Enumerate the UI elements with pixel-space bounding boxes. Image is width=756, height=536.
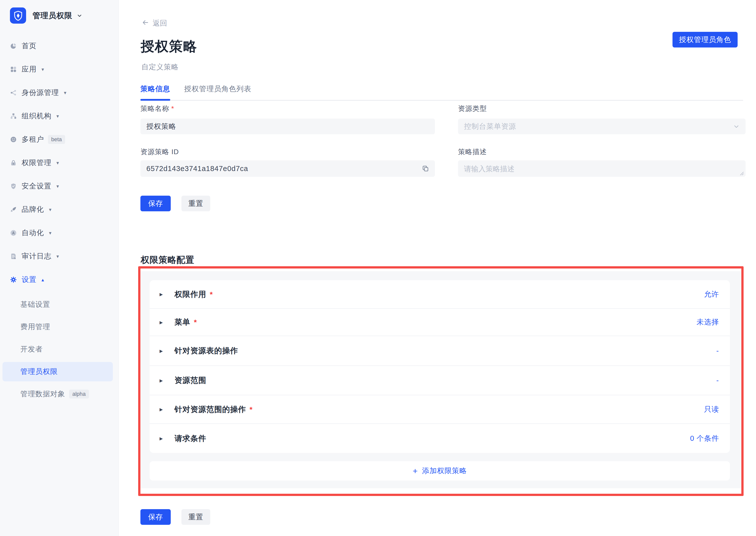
policy-row-scope-actions[interactable]: ▸ 针对资源范围的操作 * 只读	[150, 395, 730, 424]
policy-desc-label: 策略描述	[458, 147, 487, 157]
sub-item-label: 管理员权限	[20, 367, 58, 377]
sidebar-item-admin-permissions[interactable]: 管理员权限	[3, 362, 113, 381]
home-pie-icon	[10, 43, 17, 50]
resource-type-select[interactable]: 控制台菜单资源	[458, 118, 745, 134]
sidebar-item-security[interactable]: 安全设置 ▾	[0, 181, 119, 191]
app-switcher[interactable]: 管理员权限	[10, 8, 83, 24]
tab-policy-info[interactable]: 策略信息	[141, 84, 170, 100]
policy-id-input[interactable]	[146, 165, 429, 173]
policy-desc-textarea[interactable]	[458, 160, 745, 177]
reset-button-bottom[interactable]: 重置	[181, 509, 210, 525]
authorize-admin-role-button[interactable]: 授权管理员角色	[673, 32, 738, 48]
brush-icon	[10, 206, 17, 213]
policy-row-effect[interactable]: ▸ 权限作用 * 允许	[150, 280, 730, 309]
policy-name-field-wrap	[141, 118, 435, 134]
chevron-up-icon: ▴	[42, 277, 44, 283]
sub-item-label: 费用管理	[20, 322, 50, 332]
sidebar-item-billing[interactable]: 费用管理	[0, 316, 119, 338]
caret-right-icon[interactable]: ▸	[160, 435, 168, 442]
sidebar-item-audit-log[interactable]: 审计日志 ▾	[0, 251, 119, 261]
sidebar-item-label: 组织机构	[22, 111, 51, 121]
shield-logo-icon	[10, 8, 26, 24]
caret-right-icon[interactable]: ▸	[160, 347, 168, 355]
policy-name-input[interactable]	[146, 122, 429, 130]
copy-icon[interactable]	[422, 165, 429, 173]
sub-item-label: 基础设置	[20, 300, 50, 310]
org-tree-icon	[10, 113, 17, 119]
add-policy-button[interactable]: + 添加权限策略	[150, 461, 730, 481]
policy-id-field-wrap	[141, 160, 435, 177]
save-button[interactable]: 保存	[141, 196, 171, 211]
sub-item-label: 管理数据对象	[20, 389, 65, 399]
resource-type-label: 资源类型	[458, 104, 487, 113]
sidebar-item-basic-settings[interactable]: 基础设置	[0, 293, 119, 316]
policy-id-label: 资源策略 ID	[141, 147, 179, 157]
plus-icon: +	[413, 466, 418, 476]
required-asterisk: *	[210, 290, 213, 299]
sidebar-item-label: 应用	[22, 64, 37, 74]
sidebar-item-automation[interactable]: 自动化 ▾	[0, 228, 119, 238]
beta-badge: beta	[48, 135, 65, 144]
caret-right-icon[interactable]: ▸	[160, 318, 168, 326]
caret-right-icon[interactable]: ▸	[160, 290, 168, 298]
share-network-icon	[10, 89, 17, 96]
row-value[interactable]: 0 个条件	[690, 434, 719, 444]
policy-row-resource-scope[interactable]: ▸ 资源范围 -	[150, 366, 730, 395]
sidebar-item-apps[interactable]: 应用 ▾	[0, 64, 119, 74]
policy-row-menu[interactable]: ▸ 菜单 * 未选择	[150, 309, 730, 336]
policy-row-request-conditions[interactable]: ▸ 请求条件 0 个条件	[150, 424, 730, 453]
sidebar-item-label: 首页	[22, 41, 37, 51]
sidebar-item-permissions[interactable]: 权限管理 ▾	[0, 158, 119, 168]
tab-authorized-admin-roles[interactable]: 授权管理员角色列表	[184, 84, 251, 100]
chevron-down-icon: ▾	[42, 66, 44, 72]
reset-button[interactable]: 重置	[181, 196, 210, 211]
caret-right-icon[interactable]: ▸	[160, 377, 168, 385]
sidebar-item-label: 自动化	[22, 228, 44, 238]
audit-log-icon	[10, 253, 17, 260]
policy-config-title: 权限策略配置	[141, 254, 194, 266]
sub-item-label: 开发者	[20, 344, 43, 354]
caret-right-icon[interactable]: ▸	[160, 406, 168, 413]
chevron-down-icon	[76, 13, 83, 19]
sidebar-item-developers[interactable]: 开发者	[0, 338, 119, 360]
tab-bar: 策略信息 授权管理员角色列表	[141, 84, 743, 101]
row-value[interactable]: 只读	[704, 405, 719, 415]
policy-rules-card: ▸ 权限作用 * 允许 ▸ 菜单 * 未选择 ▸ 针对资源表的操作 -	[150, 280, 730, 453]
row-value[interactable]: 允许	[704, 289, 719, 299]
gear-icon	[10, 276, 17, 283]
page-subtitle: 自定义策略	[142, 62, 179, 72]
sidebar-item-settings[interactable]: 设置 ▴	[0, 275, 119, 285]
app-title: 管理员权限	[33, 11, 72, 21]
resize-handle-icon[interactable]	[739, 171, 744, 176]
chevron-down-icon	[733, 123, 740, 130]
sidebar-item-home[interactable]: 首页	[0, 41, 119, 51]
sidebar-item-label: 权限管理	[22, 158, 51, 168]
settings-subnav: 基础设置 费用管理 开发者 管理员权限 管理数据对象 alpha	[0, 293, 119, 405]
policy-name-label: 策略名称*	[141, 104, 174, 113]
chevron-down-icon: ▾	[56, 183, 59, 189]
policy-config-panel: ▸ 权限作用 * 允许 ▸ 菜单 * 未选择 ▸ 针对资源表的操作 -	[141, 271, 741, 488]
sidebar-item-label: 安全设置	[22, 181, 51, 191]
automation-a-icon	[10, 229, 17, 236]
back-label: 返回	[153, 18, 167, 28]
sidebar-item-label: 品牌化	[22, 205, 44, 215]
row-value[interactable]: -	[716, 376, 719, 385]
sidebar-item-organization[interactable]: 组织机构 ▾	[0, 111, 119, 121]
sidebar-item-label: 设置	[22, 275, 37, 285]
sidebar-item-label: 身份源管理	[22, 88, 59, 98]
chevron-down-icon: ▾	[49, 230, 51, 236]
row-value[interactable]: 未选择	[697, 317, 719, 327]
sidebar-item-multi-tenant[interactable]: 多租户 beta	[0, 135, 119, 145]
apps-grid-icon	[10, 66, 17, 73]
chevron-down-icon: ▾	[49, 207, 51, 213]
save-button-bottom[interactable]: 保存	[141, 509, 171, 525]
page-title: 授权策略	[141, 37, 197, 56]
sidebar-item-branding[interactable]: 品牌化 ▾	[0, 205, 119, 215]
chevron-down-icon: ▾	[64, 90, 66, 96]
sidebar-item-managed-data-objects[interactable]: 管理数据对象 alpha	[0, 383, 119, 405]
chevron-down-icon: ▾	[56, 113, 59, 119]
back-button[interactable]: 返回	[142, 18, 167, 28]
policy-row-table-actions[interactable]: ▸ 针对资源表的操作 -	[150, 336, 730, 366]
row-value[interactable]: -	[716, 347, 719, 355]
sidebar-item-identity-sources[interactable]: 身份源管理 ▾	[0, 88, 119, 98]
